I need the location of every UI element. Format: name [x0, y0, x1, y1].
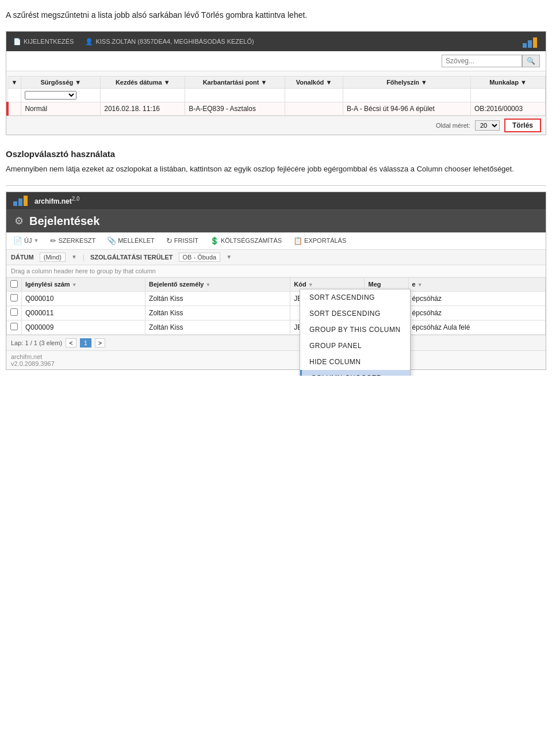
sort-icon-barcode: ▼	[325, 79, 332, 86]
row2-checkbox[interactable]	[10, 308, 18, 316]
row3-req: Q000009	[22, 320, 145, 334]
refresh-icon: ↻	[166, 236, 172, 245]
toolbar-cost[interactable]: 💲 KÖLTSÉGSZÁMÍTÁS	[208, 235, 284, 246]
table-row[interactable]: Q000011 Zoltán Kiss épcsóház	[7, 306, 546, 320]
sort-icon-urgency: ▼	[75, 79, 81, 86]
edit-icon: ✏	[50, 236, 56, 245]
cell-urgency: Normál	[21, 102, 101, 116]
col-filter-icon: ▼	[7, 77, 21, 89]
select-all-checkbox[interactable]	[10, 280, 18, 288]
col-kezdes[interactable]: Kezdés dátuma ▼	[101, 77, 185, 89]
ss2-logo	[13, 196, 28, 206]
ss2-filter-row: DÁTUM (Mind) ▼ | SZOLGÁLTATÁSI TERÜLET O…	[6, 250, 546, 265]
col-munkalap[interactable]: Munkalap ▼	[471, 77, 546, 89]
ss2-table-footer: Lap: 1 / 1 (3 elem) < 1 >	[6, 335, 546, 350]
page-size-select[interactable]: 20	[475, 120, 500, 131]
user-label: KISS.ZOLTAN (8357DEA4, MEGHIBÁSODÁS KEZE…	[95, 38, 254, 45]
ss1-search-row: 🔍	[6, 51, 546, 71]
sort-icon-work: ▼	[520, 79, 527, 86]
screenshot-2: archifm.net2.0 ⚙ Bejelentések 📄 ÚJ ▼ ✏ S…	[6, 192, 546, 370]
row1-person: Zoltán Kiss	[145, 291, 290, 306]
col-surgosseg[interactable]: Sürgősség ▼	[21, 77, 101, 89]
ctx-sort-asc[interactable]: SORT ASCENDING	[300, 289, 410, 306]
filter-urgency-select[interactable]	[25, 91, 76, 100]
col-karbantartasi[interactable]: Karbantartási pont ▼	[185, 77, 285, 89]
toolbar-edit[interactable]: ✏ SZERKESZT	[48, 235, 98, 246]
row3-e: épcsóház Aula felé	[408, 320, 545, 334]
filter-datum-label: DÁTUM	[11, 254, 34, 261]
delete-button[interactable]: Törlés	[504, 119, 541, 132]
filter-szolg-value[interactable]: OB - Óbuda	[179, 253, 221, 262]
ctx-group-by[interactable]: GROUP BY THIS COLUMN	[300, 322, 410, 338]
sort-icon-maint: ▼	[261, 79, 267, 86]
sort-icon-code: ▼	[308, 282, 313, 288]
row3-person: Zoltán Kiss	[145, 320, 290, 334]
row1-checkbox[interactable]	[10, 294, 18, 301]
row1-check	[7, 291, 22, 306]
row2-req: Q000011	[22, 306, 145, 320]
ctx-sort-desc[interactable]: SORT DESCENDING	[300, 306, 410, 322]
toolbar-attachment[interactable]: 📎 MELLÉKLET	[105, 235, 157, 246]
ctx-group-panel[interactable]: GROUP PANEL	[300, 338, 410, 354]
context-menu-box: SORT ASCENDING SORT DESCENDING GROUP BY …	[300, 289, 411, 376]
ss1-table: ▼ Sürgősség ▼ Kezdés dátuma ▼ Karbantart…	[6, 76, 546, 116]
col-fohelyszin[interactable]: Főhelyszín ▼	[343, 77, 471, 89]
col-bejelento[interactable]: Bejelentő személy ▼	[145, 277, 290, 291]
page-title-bar: ⚙ Bejelentések	[6, 209, 546, 232]
site-name: archifm.net2.0	[34, 196, 80, 205]
sort-icon-e: ▼	[417, 282, 423, 288]
context-menu: SORT ASCENDING SORT DESCENDING GROUP BY …	[300, 289, 411, 376]
sort-icon-req: ▼	[72, 282, 77, 288]
toolbar-new[interactable]: 📄 ÚJ ▼	[11, 235, 41, 246]
cell-location: B-A - Bécsi út 94-96 A épület	[343, 102, 471, 116]
row2-e: épcsóház	[408, 306, 545, 320]
sort-icon-location: ▼	[421, 79, 427, 86]
ss1-header: 📄 KIJELENTKEZÉS 👤 KISS.ZOLTAN (8357DEA4,…	[6, 32, 546, 51]
divider	[6, 185, 546, 186]
filter-datum-value[interactable]: (Mind)	[40, 253, 66, 262]
logout-link[interactable]: 📄 KIJELENTKEZÉS	[13, 38, 74, 45]
section-heading: Oszlopválasztó használata	[0, 141, 552, 161]
col-e[interactable]: e ▼	[408, 277, 545, 291]
ss1-footer: Oldal méret: 20 Törlés	[6, 116, 546, 135]
table-with-menu: Igénylési szám ▼ Bejelentő személy ▼ Kód…	[6, 277, 546, 335]
toolbar-attachment-label: MELLÉKLET	[118, 237, 155, 244]
current-page[interactable]: 1	[80, 338, 91, 348]
ctx-column-chooser[interactable]: COLUMN CHOOSER	[300, 370, 410, 376]
new-icon: 📄	[13, 236, 22, 245]
toolbar-refresh[interactable]: ↻ FRISSÍT	[164, 235, 201, 246]
cell-date: 2016.02.18. 11:16	[101, 102, 185, 116]
toolbar-export-label: EXPORTÁLÁS	[304, 237, 346, 244]
col-check	[7, 277, 22, 291]
table-row[interactable]: Normál 2016.02.18. 11:16 B-A-EQ839 - Asz…	[7, 102, 546, 116]
filter-sep: |	[83, 253, 85, 261]
prev-page-button[interactable]: <	[66, 338, 76, 348]
new-arrow: ▼	[33, 238, 39, 243]
ss2-table: Igénylési szám ▼ Bejelentő személy ▼ Kód…	[6, 277, 546, 335]
ss2-toolbar: 📄 ÚJ ▼ ✏ SZERKESZT 📎 MELLÉKLET ↻ FRISSÍT…	[6, 232, 546, 250]
filter-szolg-arrow: ▼	[226, 254, 232, 260]
section-body: Amennyiben nem látja ezeket az oszlopoka…	[0, 161, 552, 181]
toolbar-refresh-label: FRISSÍT	[174, 237, 198, 244]
ctx-hide-col[interactable]: HIDE COLUMN	[300, 354, 410, 370]
toolbar-export[interactable]: 📋 EXPORTÁLÁS	[291, 235, 348, 246]
search-button[interactable]: 🔍	[522, 55, 540, 67]
page-icon: ⚙	[14, 215, 24, 227]
col-igenylesi[interactable]: Igénylési szám ▼	[22, 277, 145, 291]
row3-checkbox[interactable]	[10, 323, 18, 330]
table-footer-text: Lap: 1 / 1 (3 elem)	[11, 339, 62, 346]
table-row[interactable]: Q000009 Zoltán Kiss JB-KÖM Kön épcsóház …	[7, 320, 546, 334]
toolbar-edit-label: SZERKESZT	[58, 237, 95, 244]
search-input[interactable]	[442, 55, 522, 67]
cell-maint: B-A-EQ839 - Asztalos	[185, 102, 285, 116]
screenshot-1: 📄 KIJELENTKEZÉS 👤 KISS.ZOLTAN (8357DEA4,…	[6, 31, 546, 135]
next-page-button[interactable]: >	[95, 338, 105, 348]
ss1-filter-inputs-row	[7, 89, 546, 102]
logo-bars	[523, 35, 539, 48]
table-row[interactable]: Q000010 Zoltán Kiss JB-ASZT Aszt épcsóhá…	[7, 291, 546, 306]
site-url: archifm.net	[11, 353, 55, 360]
sort-icon-date: ▼	[164, 79, 170, 86]
table-part: Igénylési szám ▼ Bejelentő személy ▼ Kód…	[6, 277, 546, 335]
col-vonalkod[interactable]: Vonalkód ▼	[285, 77, 343, 89]
toolbar-cost-label: KÖLTSÉGSZÁMÍTÁS	[221, 237, 282, 244]
